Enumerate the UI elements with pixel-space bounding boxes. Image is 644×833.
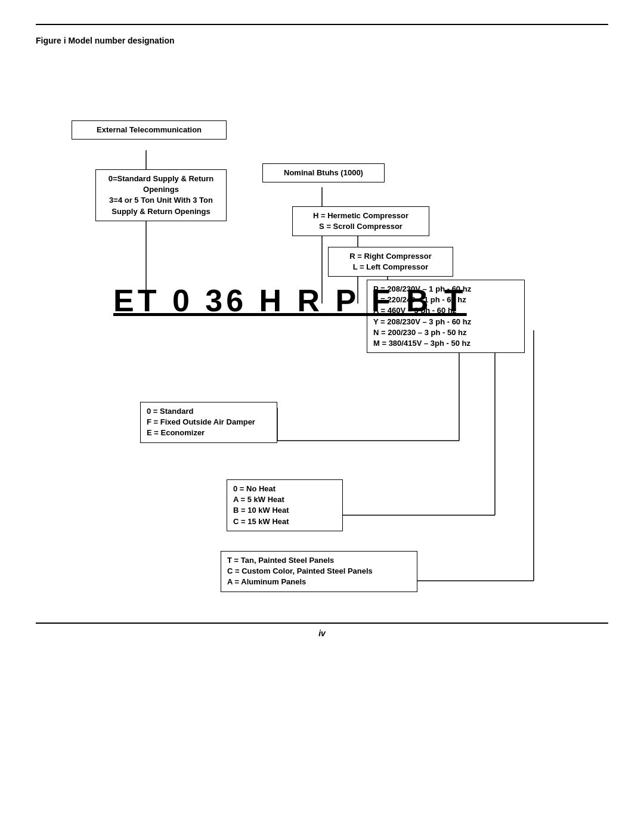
figure-caption: Figure i Model number designation <box>36 36 608 45</box>
supply-return-box: 0=Standard Supply & Return Openings3=4 o… <box>95 169 227 221</box>
top-rule <box>36 24 608 25</box>
bottom-rule <box>36 623 608 624</box>
page: Figure i Model number designation <box>0 0 644 833</box>
external-telecom-box: External Telecommunication <box>72 120 227 140</box>
compressor-position-box: R = Right CompressorL = Left Compressor <box>328 247 453 277</box>
damper-box: 0 = StandardF = Fixed Outside Air Damper… <box>140 402 277 443</box>
diagram-area: External Telecommunication 0=Standard Su… <box>36 56 608 605</box>
panels-box: T = Tan, Painted Steel PanelsC = Custom … <box>221 551 417 592</box>
heat-box: 0 = No HeatA = 5 kW HeatB = 10 kW HeatC … <box>227 479 343 531</box>
nominal-btuhs-box: Nominal Btuhs (1000) <box>262 163 385 182</box>
compressor-type-box: H = Hermetic CompressorS = Scroll Compre… <box>292 206 429 236</box>
page-number: iv <box>36 628 608 638</box>
model-number: ET 0 36 H R P F B T <box>113 283 467 318</box>
